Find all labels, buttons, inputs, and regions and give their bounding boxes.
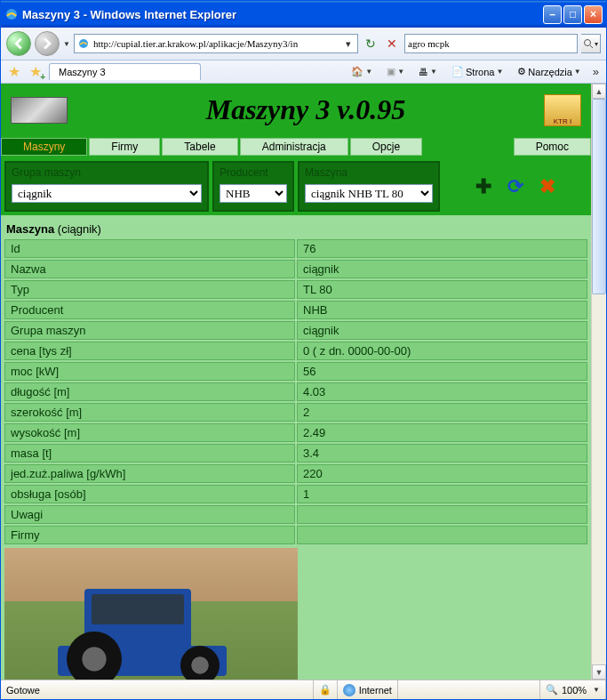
row-key: Grupa maszyn <box>4 321 295 340</box>
lock-icon: 🔒 <box>319 684 331 696</box>
table-row: Uwagi <box>4 505 587 524</box>
app-logo-icon <box>11 97 68 124</box>
print-button[interactable]: 🖶▼ <box>414 64 442 80</box>
menu-administracja[interactable]: Administracja <box>240 138 348 156</box>
app-badge-icon: KTR I <box>544 94 581 126</box>
menu-maszyny[interactable]: Maszyny <box>1 138 87 156</box>
nav-toolbar: ▼ ▾ ↻ ✕ ▾ <box>1 28 606 60</box>
forward-button[interactable] <box>35 31 60 56</box>
table-row: Id76 <box>4 239 587 258</box>
scroll-up-button[interactable]: ▲ <box>592 84 606 99</box>
row-value: 3.4 <box>297 444 587 463</box>
row-key: moc [kW] <box>4 362 295 381</box>
search-box[interactable] <box>404 34 578 53</box>
feeds-button[interactable]: ▣▼ <box>382 63 409 80</box>
menu-pomoc[interactable]: Pomoc <box>514 138 591 156</box>
page-icon <box>76 36 91 51</box>
close-button[interactable]: × <box>584 5 603 24</box>
statusbar: Gotowe 🔒 Internet 🔍100%▼ <box>1 680 606 699</box>
detail-heading: Maszyna (ciągnik) <box>3 221 589 237</box>
row-value: 76 <box>297 239 587 258</box>
tab-toolbar: ★ ★ Maszyny 3 🏠▼ ▣▼ 🖶▼ 📄Strona▼ ⚙Narzędz… <box>1 60 606 84</box>
page-icon-small: 📄 <box>451 66 464 77</box>
add-favorite-icon[interactable]: ★ <box>28 64 44 80</box>
app-menubar: Maszyny Firmy Tabele Administracja Opcje… <box>1 136 591 157</box>
filter-grupa-label: Grupa maszyn <box>12 166 202 179</box>
table-row: Firmy <box>4 526 587 544</box>
nav-history-dropdown[interactable]: ▼ <box>63 40 70 48</box>
url-input[interactable] <box>93 38 341 49</box>
table-row: ProducentNHB <box>4 301 587 319</box>
print-icon: 🖶 <box>419 67 428 77</box>
refresh-icon[interactable]: ⟳ <box>507 175 523 198</box>
row-key: Producent <box>4 301 295 319</box>
table-row: obsługa [osób]1 <box>4 485 587 503</box>
tools-menu[interactable]: ⚙Narzędzia▼ <box>513 63 585 80</box>
minimize-button[interactable]: – <box>543 5 562 24</box>
back-button[interactable] <box>6 31 31 56</box>
row-key: Firmy <box>4 526 295 544</box>
delete-icon[interactable]: ✖ <box>539 175 555 198</box>
svg-line-3 <box>590 45 593 48</box>
filter-row: Grupa maszyn ciągnik Producent NHB Maszy… <box>1 157 591 215</box>
row-key: obsługa [osób] <box>4 485 295 503</box>
row-value: ciągnik <box>297 321 587 340</box>
row-key: długość [m] <box>4 382 295 401</box>
table-row: wysokość [m]2.49 <box>4 423 587 442</box>
row-key: wysokość [m] <box>4 423 295 442</box>
row-value: 2 <box>297 403 587 422</box>
row-value: 0 ( z dn. 0000-00-00) <box>297 342 587 360</box>
titlebar[interactable]: Maszyny 3 - Windows Internet Explorer – … <box>1 1 606 28</box>
scroll-down-button[interactable]: ▼ <box>592 664 606 680</box>
rss-icon: ▣ <box>387 66 395 77</box>
table-row: TypTL 80 <box>4 280 587 299</box>
address-bar[interactable]: ▾ <box>74 34 358 53</box>
filter-grupa: Grupa maszyn ciągnik <box>4 161 209 212</box>
filter-maszyna-label: Maszyna <box>305 166 433 179</box>
detail-area: Maszyna (ciągnik) Id76NazwaciągnikTypTL … <box>1 215 591 680</box>
row-key: szerokość [m] <box>4 403 295 422</box>
page-menu[interactable]: 📄Strona▼ <box>447 63 507 80</box>
filter-maszyna: Maszyna ciągnik NHB TL 80 <box>298 161 440 212</box>
app-title: Maszyny 3 v.0.95 <box>76 93 535 126</box>
table-row: moc [kW]56 <box>4 362 587 381</box>
maximize-button[interactable]: □ <box>563 5 582 24</box>
row-key: jed.zuż.paliwa [g/kWh] <box>4 464 295 483</box>
filter-producent-select[interactable]: NHB <box>220 184 287 203</box>
table-row: masa [t]3.4 <box>4 444 587 463</box>
add-icon[interactable]: ✚ <box>475 175 491 198</box>
page-body: Maszyny 3 v.0.95 KTR I Maszyny Firmy Tab… <box>1 84 591 680</box>
table-row: Grupa maszynciągnik <box>4 321 587 340</box>
home-icon: 🏠 <box>351 66 363 77</box>
menu-firmy[interactable]: Firmy <box>89 138 160 156</box>
row-value <box>297 526 587 544</box>
table-row: jed.zuż.paliwa [g/kWh]220 <box>4 464 587 483</box>
favorites-icon[interactable]: ★ <box>6 64 22 80</box>
table-row: Nazwaciągnik <box>4 260 587 278</box>
vertical-scrollbar[interactable]: ▲ ▼ <box>591 84 606 680</box>
toolbar-overflow[interactable]: » <box>591 65 601 78</box>
row-key: cena [tys zł] <box>4 342 295 360</box>
stop-button[interactable]: ✕ <box>383 35 401 52</box>
internet-zone-icon <box>343 684 355 696</box>
tab-title: Maszyny 3 <box>59 67 106 77</box>
scroll-thumb[interactable] <box>592 99 606 294</box>
filter-maszyna-select[interactable]: ciągnik NHB TL 80 <box>305 184 433 203</box>
search-button[interactable]: ▾ <box>581 34 601 53</box>
menu-opcje[interactable]: Opcje <box>350 138 422 156</box>
row-value: 1 <box>297 485 587 503</box>
search-input[interactable] <box>408 38 574 49</box>
status-protected-mode: 🔒 <box>314 680 338 699</box>
menu-tabele[interactable]: Tabele <box>162 138 237 156</box>
url-dropdown[interactable]: ▾ <box>341 38 355 50</box>
refresh-button[interactable]: ↻ <box>362 35 379 52</box>
home-button[interactable]: 🏠▼ <box>347 63 377 80</box>
filter-grupa-select[interactable]: ciągnik <box>12 184 202 203</box>
row-key: Id <box>4 239 295 258</box>
row-key: masa [t] <box>4 444 295 463</box>
status-zone[interactable]: Internet <box>338 680 398 699</box>
row-value <box>297 505 587 524</box>
browser-tab[interactable]: Maszyny 3 <box>49 63 201 80</box>
zoom-control[interactable]: 🔍100%▼ <box>540 680 606 699</box>
app-header: Maszyny 3 v.0.95 KTR I <box>1 84 591 136</box>
